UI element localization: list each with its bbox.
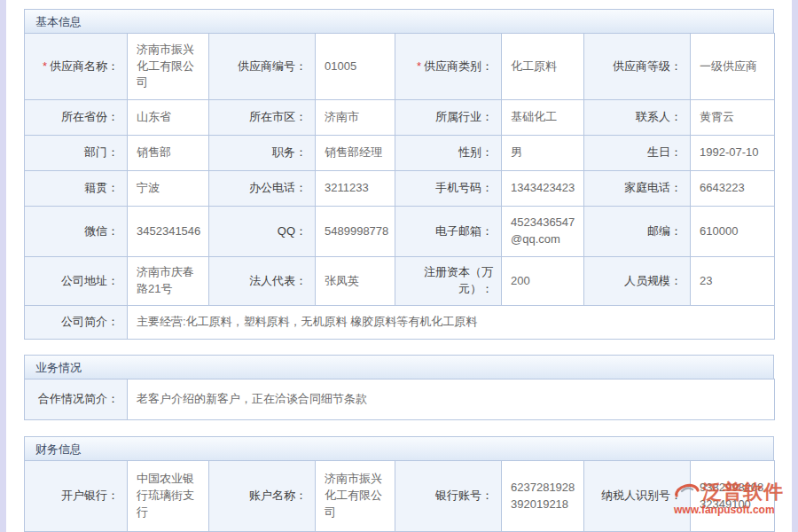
position-label: 职务：	[209, 136, 316, 171]
company-intro-label: 公司简介：	[25, 306, 128, 340]
table-row: *供应商名称： 济南市振兴化工有限公司 供应商编号： 01005 *供应商类别：…	[25, 34, 775, 100]
department-label: 部门：	[25, 136, 128, 171]
cooperation-intro-label: 合作情况简介：	[25, 379, 128, 420]
qq-label: QQ：	[209, 207, 316, 257]
supplier-detail-form: 基本信息 *供应商名称： 济南市振兴化工有限公司 供应商编号： 01005 *供…	[24, 9, 774, 532]
section-title-basic-info: 基本信息	[24, 9, 774, 34]
birthday-label: 生日：	[584, 136, 691, 171]
email-value: 4523436547@qq.com	[502, 207, 584, 257]
page-edge-left	[0, 0, 6, 532]
registered-capital-label: 注册资本（万元）：	[395, 257, 502, 306]
staff-size-value: 23	[691, 257, 775, 306]
staff-size-label: 人员规模：	[584, 257, 691, 306]
department-value: 销售部	[128, 136, 209, 171]
native-place-value: 宁波	[128, 171, 209, 207]
finance-info-table: 开户银行： 中国农业银行琉璃街支行 账户名称： 济南市振兴化工有限公司 银行账号…	[24, 460, 775, 532]
page-edge-right	[792, 0, 798, 532]
section-business-status: 业务情况 合作情况简介： 老客户介绍的新客户，正在洽谈合同细节条款	[24, 355, 774, 420]
birthday-value: 1992-07-10	[691, 136, 775, 171]
mobile-phone-label: 手机号码：	[395, 171, 502, 207]
native-place-label: 籍贯：	[25, 171, 128, 207]
section-finance-info: 财务信息 开户银行： 中国农业银行琉璃街支行 账户名称： 济南市振兴化工有限公司…	[24, 436, 774, 532]
supplier-grade-value: 一级供应商	[691, 34, 775, 100]
taxpayer-id-value: 938299820832349100	[691, 461, 775, 532]
city-value: 济南市	[316, 100, 395, 136]
home-phone-value: 6643223	[691, 171, 775, 207]
province-label: 所在省份：	[25, 100, 128, 136]
business-status-table: 合作情况简介： 老客户介绍的新客户，正在洽谈合同细节条款	[24, 379, 775, 420]
cooperation-intro-value: 老客户介绍的新客户，正在洽谈合同细节条款	[128, 379, 775, 420]
city-label: 所在市区：	[209, 100, 316, 136]
wechat-label: 微信：	[25, 207, 128, 257]
wechat-value: 3452341546	[128, 207, 209, 257]
table-row: 籍贯： 宁波 办公电话： 3211233 手机号码： 1343423423 家庭…	[25, 171, 775, 207]
section-basic-info: 基本信息 *供应商名称： 济南市振兴化工有限公司 供应商编号： 01005 *供…	[24, 9, 774, 340]
position-value: 销售部经理	[316, 136, 395, 171]
required-asterisk: *	[43, 59, 47, 73]
supplier-name-label: *供应商名称：	[25, 34, 128, 100]
deposit-bank-value: 中国农业银行琉璃街支行	[128, 461, 209, 532]
account-name-value: 济南市振兴化工有限公司	[316, 461, 395, 532]
legal-representative-label: 法人代表：	[209, 257, 316, 306]
section-title-business-status: 业务情况	[24, 355, 774, 379]
contact-person-value: 黄霄云	[691, 100, 775, 136]
basic-info-table: *供应商名称： 济南市振兴化工有限公司 供应商编号： 01005 *供应商类别：…	[24, 33, 775, 340]
legal-representative-value: 张凤英	[316, 257, 395, 306]
section-title-finance-info: 财务信息	[24, 436, 774, 461]
supplier-category-value: 化工原料	[502, 34, 584, 100]
company-address-value: 济南市庆春路21号	[128, 257, 209, 306]
table-row: 公司地址： 济南市庆春路21号 法人代表： 张凤英 注册资本（万元）： 200 …	[25, 257, 775, 306]
table-row: 合作情况简介： 老客户介绍的新客户，正在洽谈合同细节条款	[25, 379, 775, 420]
supplier-category-label: *供应商类别：	[395, 34, 502, 100]
home-phone-label: 家庭电话：	[584, 171, 691, 207]
office-phone-value: 3211233	[316, 171, 395, 207]
table-row: 所在省份： 山东省 所在市区： 济南市 所属行业： 基础化工 联系人： 黄霄云	[25, 100, 775, 136]
supplier-grade-label: 供应商等级：	[584, 34, 691, 100]
table-row: 公司简介： 主要经营:化工原料，塑料原料，无机原料 橡胶原料等有机化工原料	[25, 306, 775, 340]
table-row: 部门： 销售部 职务： 销售部经理 性别： 男 生日： 1992-07-10	[25, 136, 775, 171]
company-intro-value: 主要经营:化工原料，塑料原料，无机原料 橡胶原料等有机化工原料	[128, 306, 775, 340]
zip-code-value: 610000	[691, 207, 775, 257]
province-value: 山东省	[128, 100, 209, 136]
mobile-phone-value: 1343423423	[502, 171, 584, 207]
qq-value: 5489998778	[316, 207, 395, 257]
industry-value: 基础化工	[502, 100, 584, 136]
gender-value: 男	[502, 136, 584, 171]
taxpayer-id-label: 纳税人识别号：	[584, 461, 691, 532]
table-row: 微信： 3452341546 QQ： 5489998778 电子邮箱： 4523…	[25, 207, 775, 257]
supplier-code-value: 01005	[316, 34, 395, 100]
industry-label: 所属行业：	[395, 100, 502, 136]
supplier-name-value: 济南市振兴化工有限公司	[128, 34, 209, 100]
required-asterisk: *	[417, 59, 421, 73]
zip-code-label: 邮编：	[584, 207, 691, 257]
supplier-code-label: 供应商编号：	[209, 34, 316, 100]
company-address-label: 公司地址：	[25, 257, 128, 306]
account-name-label: 账户名称：	[209, 461, 316, 532]
office-phone-label: 办公电话：	[209, 171, 316, 207]
contact-person-label: 联系人：	[584, 100, 691, 136]
bank-account-label: 银行账号：	[395, 461, 502, 532]
deposit-bank-label: 开户银行：	[25, 461, 128, 532]
registered-capital-value: 200	[502, 257, 584, 306]
gender-label: 性别：	[395, 136, 502, 171]
table-row: 开户银行： 中国农业银行琉璃街支行 账户名称： 济南市振兴化工有限公司 银行账号…	[25, 461, 775, 532]
email-label: 电子邮箱：	[395, 207, 502, 257]
bank-account-value: 6237281928392019218	[502, 461, 584, 532]
